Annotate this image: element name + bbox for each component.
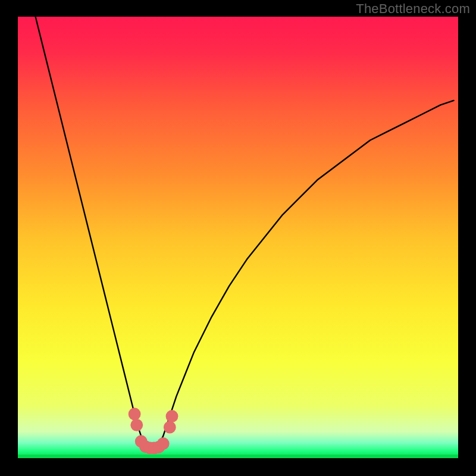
data-marker (157, 437, 170, 450)
watermark-text: TheBottleneck.com (356, 1, 470, 17)
baseline-band (18, 455, 458, 458)
data-marker (164, 421, 176, 434)
bottleneck-curve-chart (0, 0, 476, 476)
data-marker (129, 408, 141, 420)
data-marker (166, 410, 178, 422)
plot-background (18, 17, 458, 458)
data-marker (130, 419, 143, 431)
chart-frame: TheBottleneck.com (0, 0, 476, 476)
